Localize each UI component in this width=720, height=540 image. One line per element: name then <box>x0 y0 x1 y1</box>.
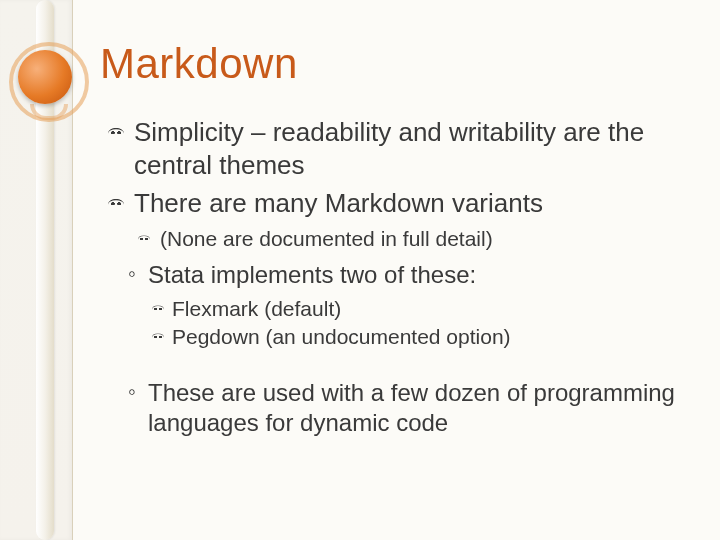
bullet-text: Stata implements two of these: <box>148 261 476 288</box>
mic-head-icon <box>18 50 72 104</box>
bullet-level2-open: These are used with a few dozen of progr… <box>128 378 700 438</box>
bullet-text: Pegdown (an undocumented option) <box>172 325 511 348</box>
bullet-level1: There are many Markdown variants <box>108 187 700 220</box>
slide-content: Markdown Simplicity – readability and wr… <box>100 40 700 444</box>
spacer <box>108 352 700 370</box>
bullet-text: There are many Markdown variants <box>134 188 543 218</box>
slide-title: Markdown <box>100 40 700 88</box>
bullet-list: Simplicity – readability and writability… <box>108 116 700 438</box>
bullet-level2-open: Stata implements two of these: <box>128 260 700 290</box>
slide: Markdown Simplicity – readability and wr… <box>0 0 720 540</box>
bullet-text: Flexmark (default) <box>172 297 341 320</box>
bullet-level3: Pegdown (an undocumented option) <box>152 324 700 350</box>
bullet-text: (None are documented in full detail) <box>160 227 493 250</box>
bullet-level2: (None are documented in full detail) <box>138 226 700 252</box>
bullet-level3: Flexmark (default) <box>152 296 700 322</box>
bullet-text: Simplicity – readability and writability… <box>134 117 644 180</box>
bullet-text: These are used with a few dozen of progr… <box>148 379 675 436</box>
bullet-level1: Simplicity – readability and writability… <box>108 116 700 181</box>
